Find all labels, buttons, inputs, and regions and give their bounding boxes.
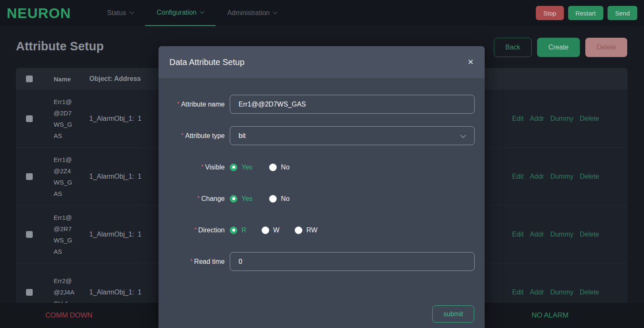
addr-link[interactable]: Addr [530, 289, 544, 296]
addr-link[interactable]: Addr [530, 173, 544, 180]
form-control: R W RW [230, 221, 475, 239]
row-actions: Edit Addr Dummy Delete [512, 173, 599, 180]
radio-label: Yes [242, 164, 252, 171]
row-object-address: 1_AlarmObj_1: 1 [89, 231, 142, 238]
row-object-address: 1_AlarmObj_1: 1 [89, 289, 142, 296]
delete-link[interactable]: Delete [580, 173, 599, 180]
direction-label: *Direction [158, 226, 225, 234]
attribute-type-label: *Attribute type [158, 132, 225, 140]
radio-icon [295, 226, 302, 234]
close-icon[interactable]: ✕ [467, 57, 474, 67]
page-actions: Back Create Delete [494, 38, 627, 57]
edit-link[interactable]: Edit [512, 173, 524, 180]
label-text: Change [201, 195, 225, 202]
radio-icon [262, 226, 269, 234]
row-actions: Edit Addr Dummy Delete [512, 289, 599, 296]
radio-icon [230, 164, 237, 171]
select-all-checkbox[interactable] [26, 75, 33, 82]
attribute-name-input[interactable] [230, 95, 475, 114]
nav-item-administration[interactable]: Administration [216, 0, 288, 26]
radio-icon [269, 164, 277, 171]
visible-yes-radio[interactable]: Yes [230, 164, 252, 171]
delete-button[interactable]: Delete [585, 38, 627, 57]
nav-item-status[interactable]: Status [95, 0, 145, 26]
page-title: Attribute Setup [16, 39, 104, 53]
form-control: Yes No [230, 158, 475, 177]
read-time-label: *Read time [158, 258, 225, 266]
radio-label: W [273, 226, 280, 234]
row-checkbox[interactable] [26, 115, 33, 122]
form-control: bit [230, 126, 475, 145]
app-root: NEURON Status Configuration Administrati… [0, 0, 644, 328]
change-yes-radio[interactable]: Yes [230, 195, 252, 203]
row-name: Err1@@2R7WS_GAS [54, 212, 75, 257]
delete-link[interactable]: Delete [580, 289, 599, 296]
direction-r-radio[interactable]: R [230, 226, 247, 234]
dummy-link[interactable]: Dummy [551, 115, 574, 122]
back-button[interactable]: Back [494, 38, 532, 57]
change-no-radio[interactable]: No [269, 195, 289, 203]
chevron-down-icon [460, 133, 466, 138]
edit-link[interactable]: Edit [512, 231, 524, 238]
required-asterisk: * [190, 258, 192, 264]
row-name: Err2@@2J4ACU-1 [54, 275, 75, 303]
form-control: Yes No [230, 189, 475, 208]
data-attribute-setup-modal: Data Attribute Setup ✕ *Attribute name *… [158, 46, 485, 328]
visible-label: *Visible [158, 163, 225, 171]
row-actions: Edit Addr Dummy Delete [512, 115, 599, 122]
dummy-link[interactable]: Dummy [551, 231, 574, 238]
label-text: Attribute type [185, 132, 225, 139]
label-text: Read time [194, 258, 225, 265]
chevron-down-icon [273, 10, 278, 14]
nav-item-configuration[interactable]: Configuration [145, 0, 216, 26]
create-button[interactable]: Create [537, 38, 580, 57]
row-checkbox[interactable] [26, 289, 33, 296]
radio-icon [230, 226, 237, 234]
direction-w-radio[interactable]: W [262, 226, 280, 234]
comm-status: COMM DOWN [45, 311, 92, 320]
change-row: *Change Yes No [158, 189, 485, 208]
row-checkbox[interactable] [26, 231, 33, 238]
send-button[interactable]: Send [608, 6, 637, 20]
radio-label: No [281, 195, 289, 203]
edit-link[interactable]: Edit [512, 115, 524, 122]
dummy-link[interactable]: Dummy [551, 173, 574, 180]
read-time-input[interactable] [230, 252, 475, 271]
modal-header: Data Attribute Setup ✕ [158, 46, 485, 78]
alarm-status: NO ALARM [532, 311, 569, 320]
delete-link[interactable]: Delete [580, 231, 599, 238]
addr-link[interactable]: Addr [530, 231, 544, 238]
nav-item-label: Administration [227, 9, 270, 17]
required-asterisk: * [194, 226, 196, 233]
form-control [230, 252, 475, 271]
attribute-type-select[interactable]: bit [230, 126, 475, 145]
delete-link[interactable]: Delete [580, 115, 599, 122]
radio-label: No [281, 164, 289, 171]
selected-value: bit [239, 132, 246, 140]
visible-no-radio[interactable]: No [269, 164, 289, 171]
addr-link[interactable]: Addr [530, 115, 544, 122]
chevron-down-icon [129, 10, 134, 14]
required-asterisk: * [197, 195, 200, 201]
submit-button[interactable]: submit [432, 305, 474, 323]
nav-item-label: Configuration [157, 9, 197, 16]
stop-button[interactable]: Stop [536, 6, 564, 20]
row-object-address: 1_AlarmObj_1: 1 [89, 173, 142, 180]
restart-button[interactable]: Restart [568, 6, 603, 20]
visible-radio-group: Yes No [230, 164, 290, 171]
radio-label: Yes [242, 195, 252, 203]
label-text: Attribute name [181, 101, 225, 108]
row-name: Err1@@2Z4WS_GAS [54, 154, 75, 199]
dummy-link[interactable]: Dummy [551, 289, 574, 296]
attribute-type-row: *Attribute type bit [158, 126, 485, 145]
direction-row: *Direction R W RW [158, 221, 485, 239]
required-asterisk: * [181, 132, 183, 138]
navbar: NEURON Status Configuration Administrati… [0, 0, 644, 26]
row-checkbox[interactable] [26, 173, 33, 180]
visible-row: *Visible Yes No [158, 158, 485, 177]
attribute-name-row: *Attribute name [158, 95, 485, 114]
edit-link[interactable]: Edit [512, 289, 524, 296]
change-label: *Change [158, 195, 225, 203]
required-asterisk: * [177, 100, 179, 107]
direction-rw-radio[interactable]: RW [295, 226, 317, 234]
